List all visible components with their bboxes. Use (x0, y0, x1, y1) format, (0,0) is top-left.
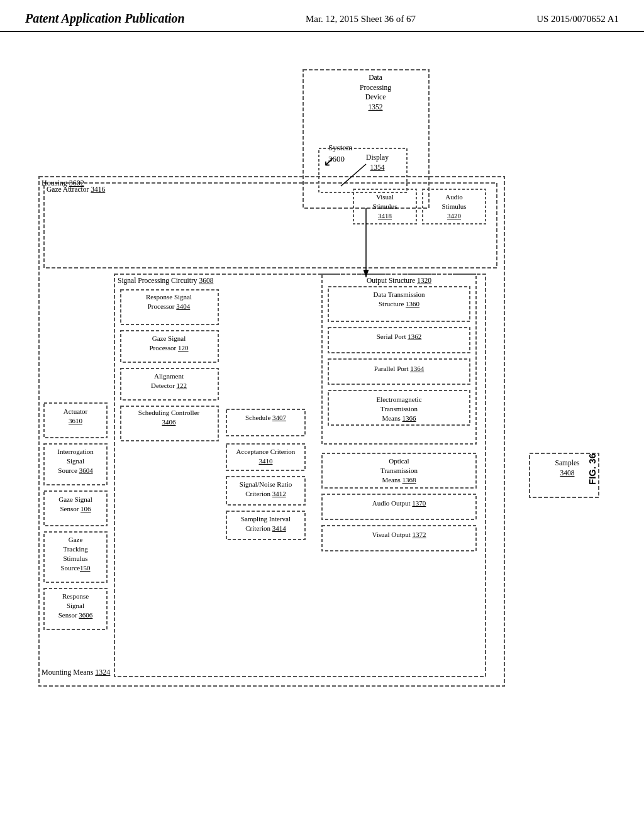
header-center: Mar. 12, 2015 Sheet 36 of 67 (306, 11, 416, 25)
signal-noise-ratio-label: Signal/Noise RatioCriterion 3412 (230, 480, 302, 499)
mounting-means-label: Mounting Means 1324 (42, 667, 110, 677)
system-bracket: ↙ (323, 153, 335, 170)
schedule-label: Schedule 3407 (230, 413, 302, 423)
alignment-detector-label: AlignmentDetector 122 (124, 372, 214, 390)
header-left: Patent Application Publication (25, 11, 185, 26)
signal-processing-label: Signal Processing Circuitry 3608 (118, 276, 213, 286)
data-processing-device-label: DataProcessingDevice1352 (316, 73, 435, 112)
diagram-svg (33, 51, 611, 730)
optical-transmission-label: OpticalTransmissionMeans 1368 (325, 456, 473, 485)
output-structure-label: Output Structure 1320 (325, 276, 473, 286)
gaze-tracking-label: GazeTrackingStimulusSource150 (47, 535, 104, 572)
svg-rect-0 (39, 177, 504, 686)
visual-output-label: Visual Output 1372 (325, 530, 473, 540)
actuator-label: Actuator3610 (47, 407, 104, 426)
data-transmission-label: Data TransmissionStructure 1360 (331, 290, 467, 309)
gaze-signal-processor-label: Gaze SignalProcessor 120 (124, 334, 214, 353)
fig-label: FIG. 36 (586, 453, 599, 488)
visual-stimulus-label: VisualStimulus3418 (356, 192, 414, 221)
audio-output-label: Audio Output 1370 (325, 499, 473, 508)
interrogation-signal-label: InterrogationSignalSource 3604 (47, 447, 104, 475)
sampling-interval-label: Sampling IntervalCriterion 3414 (230, 514, 302, 533)
response-signal-sensor-label: ResponseSignalSensor 3606 (47, 592, 104, 620)
gaze-signal-sensor-label: Gaze SignalSensor 106 (47, 495, 104, 514)
diagram-area: System3600 ↙ DataProcessingDevice1352 Di… (33, 51, 611, 730)
serial-port-label: Serial Port 1362 (331, 332, 467, 341)
response-processor-label: Response SignalProcessor 3404 (124, 292, 214, 311)
parallel-port-label: Parallel Port 1364 (331, 364, 467, 374)
acceptance-criterion-label: Acceptance Criterion3410 (230, 447, 302, 466)
page-header: Patent Application Publication Mar. 12, … (0, 0, 644, 32)
audio-stimulus-label: AudioStimulus3420 (425, 192, 483, 221)
display-label: Display1354 (340, 153, 415, 172)
header-right: US 2015/0070652 A1 (536, 11, 619, 25)
electromagnetic-label: ElectromagneticTransmissionMeans 1366 (331, 395, 467, 423)
scheduling-controller-label: Scheduling Controller3406 (124, 408, 214, 427)
